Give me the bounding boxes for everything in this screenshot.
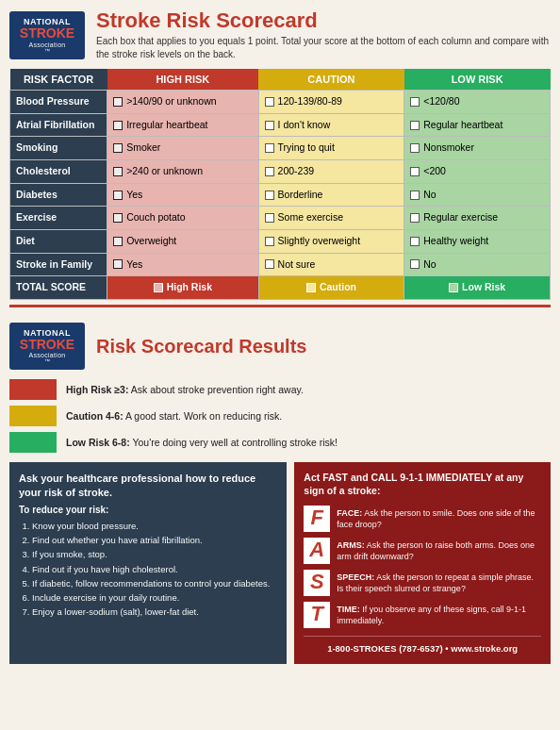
checkbox-high-1[interactable]	[113, 121, 123, 130]
cell-caution-2[interactable]: Trying to quit	[258, 137, 404, 160]
tip-2: If you smoke, stop.	[32, 548, 277, 561]
cell-factor-4: Diabetes	[10, 183, 107, 207]
checkbox-caution-7[interactable]	[265, 259, 274, 269]
cell-high-6[interactable]: Overweight	[107, 230, 258, 254]
hotline: 1-800-STROKES (787-6537) • www.stroke.or…	[304, 636, 541, 655]
cell-caution-7[interactable]: Not sure	[258, 253, 404, 276]
cell-caution-6[interactable]: Slightly overweight	[258, 230, 404, 254]
logo: National STROKE Association ™	[9, 11, 85, 58]
cell-low-5[interactable]: Regular exercise	[404, 207, 551, 230]
col-header-high: HIGH RISK	[107, 69, 258, 91]
cell-caution-4[interactable]: Borderline	[258, 183, 404, 207]
total-low: Low Risk	[404, 276, 551, 300]
results-logo-tm: ™	[13, 358, 81, 364]
checkbox-caution-5[interactable]	[265, 213, 274, 223]
cell-high-4[interactable]: Yes	[107, 183, 258, 207]
risk-level-text-2: Low Risk 6-8: You're doing very well at …	[66, 437, 338, 448]
checkbox-high-5[interactable]	[113, 213, 123, 223]
checkbox-total-high[interactable]	[154, 283, 163, 292]
cell-low-3[interactable]: <200	[404, 160, 551, 184]
page-title: Stroke Risk Scorecard	[96, 9, 551, 32]
tip-5: Include exercise in your daily routine.	[32, 591, 277, 605]
header-text: Stroke Risk Scorecard Each box that appl…	[96, 9, 551, 61]
checkbox-high-0[interactable]	[113, 97, 123, 107]
logo-association: Association	[13, 41, 81, 48]
cell-caution-1[interactable]: I don't know	[258, 113, 404, 137]
table-row: Cholesterol >240 or unknown 200-239 <200	[10, 160, 551, 184]
table-row: Stroke in Family Yes Not sure No	[10, 253, 551, 276]
total-caution: Caution	[258, 276, 404, 300]
tips-list: Know your blood pressure.Find out whethe…	[19, 520, 277, 620]
checkbox-caution-0[interactable]	[265, 97, 274, 107]
cell-low-7[interactable]: No	[404, 253, 551, 276]
checkbox-caution-2[interactable]	[265, 143, 274, 153]
risk-level-2: Low Risk 6-8: You're doing very well at …	[9, 432, 551, 453]
risk-level-text-1: Caution 4-6: A good start. Work on reduc…	[66, 410, 282, 422]
top-section: National STROKE Association ™ Stroke Ris…	[0, 0, 560, 305]
col-header-factor: RISK FACTOR	[10, 69, 107, 91]
checkbox-high-7[interactable]	[113, 259, 123, 269]
checkbox-low-1[interactable]	[410, 121, 420, 130]
checkbox-high-6[interactable]	[113, 237, 123, 246]
results-heading: Risk Scorecard Results	[96, 336, 306, 357]
checkbox-low-6[interactable]	[410, 237, 420, 246]
checkbox-low-3[interactable]	[410, 167, 420, 176]
risk-color-box-2	[9, 432, 57, 453]
results-logo: National STROKE Association ™	[9, 323, 85, 370]
checkbox-high-2[interactable]	[113, 143, 123, 153]
cell-low-4[interactable]: No	[404, 183, 551, 207]
cell-low-2[interactable]: Nonsmoker	[404, 137, 551, 160]
fast-letter-s: S	[304, 570, 330, 596]
risk-levels: High Risk ≥3: Ask about stroke preventio…	[9, 379, 551, 453]
right-panel: Act FAST and CALL 9-1-1 IMMEDIATELY at a…	[294, 462, 551, 664]
fast-letter-t: T	[304, 602, 330, 628]
cell-low-1[interactable]: Regular heartbeat	[404, 113, 551, 137]
fast-row-t: T TIME: If you observe any of these sign…	[304, 602, 541, 628]
cell-high-7[interactable]: Yes	[107, 253, 258, 276]
cell-high-1[interactable]: Irregular heartbeat	[107, 113, 258, 137]
checkbox-high-3[interactable]	[113, 167, 123, 176]
checkbox-total-caution[interactable]	[306, 283, 316, 292]
header-description: Each box that applies to you equals 1 po…	[96, 35, 551, 61]
checkbox-low-2[interactable]	[410, 143, 420, 153]
checkbox-caution-1[interactable]	[265, 121, 274, 130]
cell-high-0[interactable]: >140/90 or unknown	[107, 91, 258, 114]
tip-1: Find out whether you have atrial fibrill…	[32, 534, 277, 547]
cell-low-6[interactable]: Healthy weight	[404, 230, 551, 254]
fast-text-t: TIME: If you observe any of these signs,…	[337, 602, 541, 627]
checkbox-low-4[interactable]	[410, 191, 420, 200]
checkbox-low-7[interactable]	[410, 259, 420, 269]
cell-factor-6: Diet	[10, 230, 107, 254]
results-logo-inner: National STROKE Association ™	[9, 323, 85, 370]
cell-high-2[interactable]: Smoker	[107, 137, 258, 160]
cell-caution-0[interactable]: 120-139/80-89	[258, 91, 404, 114]
checkbox-low-0[interactable]	[410, 97, 420, 107]
table-row: Atrial Fibrillation Irregular heartbeat …	[10, 113, 551, 137]
cell-low-0[interactable]: <120/80	[404, 91, 551, 114]
results-logo-stroke: STROKE	[13, 338, 81, 352]
results-header: National STROKE Association ™ Risk Score…	[9, 323, 551, 370]
cell-caution-3[interactable]: 200-239	[258, 160, 404, 184]
table-row: Blood Pressure >140/90 or unknown 120-13…	[10, 91, 551, 114]
checkbox-caution-3[interactable]	[265, 167, 274, 176]
checkbox-caution-6[interactable]	[265, 237, 274, 246]
left-panel: Ask your healthcare professional how to …	[9, 462, 287, 664]
cell-caution-5[interactable]: Some exercise	[258, 207, 404, 230]
risk-level-1: Caution 4-6: A good start. Work on reduc…	[9, 406, 551, 426]
cell-factor-5: Exercise	[10, 207, 107, 230]
bottom-section: National STROKE Association ™ Risk Score…	[0, 315, 560, 669]
cell-high-3[interactable]: >240 or unknown	[107, 160, 258, 184]
checkbox-low-5[interactable]	[410, 213, 420, 223]
checkbox-total-low[interactable]	[449, 283, 458, 292]
scorecard-table: RISK FACTOR HIGH RISK CAUTION LOW RISK B…	[9, 69, 551, 300]
tip-3: Find out if you have high cholesterol.	[32, 563, 277, 576]
tip-6: Enjoy a lower-sodium (salt), lower-fat d…	[32, 606, 277, 619]
fast-row-s: S SPEECH: Ask the person to repeat a sim…	[304, 570, 541, 596]
total-factor: TOTAL SCORE	[10, 276, 107, 300]
checkbox-caution-4[interactable]	[265, 191, 274, 200]
checkbox-high-4[interactable]	[113, 191, 123, 200]
results-title: Risk Scorecard Results	[96, 336, 306, 357]
cell-high-5[interactable]: Couch potato	[107, 207, 258, 230]
fast-row-a: A ARMS: Ask the person to raise both arm…	[304, 538, 541, 564]
fast-text-a: ARMS: Ask the person to raise both arms.…	[337, 538, 541, 563]
